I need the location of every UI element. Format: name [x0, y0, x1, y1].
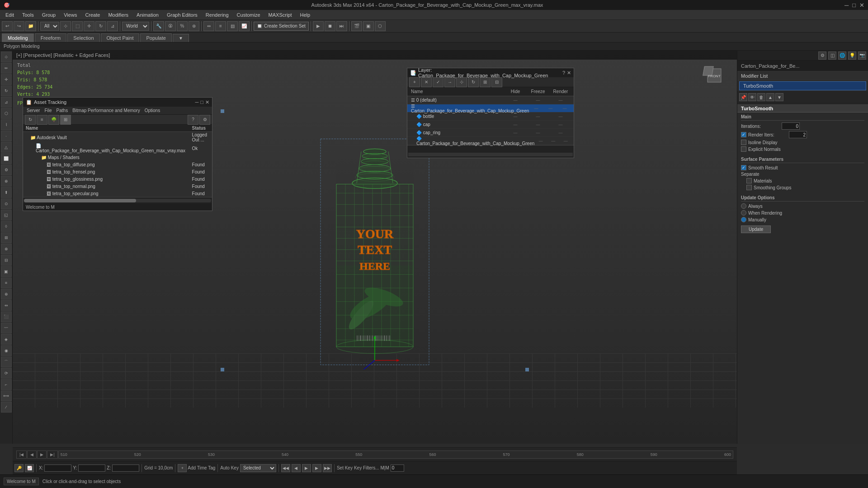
lt-target-weld[interactable]: ⊗ — [1, 244, 12, 254]
rp-mod-delete[interactable]: 🗑 — [757, 93, 765, 101]
bc-prev[interactable]: ◀ — [292, 464, 301, 472]
lt-scale[interactable]: ⊿ — [1, 97, 12, 108]
bc-prev-key[interactable]: ◀◀ — [281, 464, 290, 472]
mirror-btn[interactable]: ⇔ — [203, 21, 214, 31]
menu-views[interactable]: Views — [60, 11, 80, 19]
at-menu-bitmap[interactable]: Bitmap Performance and Memory — [71, 108, 142, 113]
rp-update-button[interactable]: Update — [741, 225, 771, 233]
angle-snap-btn[interactable]: ⦿ — [165, 21, 176, 31]
menu-help[interactable]: Help — [297, 11, 314, 19]
at-restore[interactable]: □ — [200, 99, 203, 105]
list-item[interactable]: 🔷 bottle — — — — [407, 113, 574, 121]
bc-curve-editor[interactable]: 📈 — [25, 464, 34, 472]
bc-next[interactable]: ▶ — [312, 464, 321, 472]
tl-next-btn[interactable]: ▶| — [47, 450, 57, 459]
at-menu-paths[interactable]: Paths — [55, 108, 70, 113]
rp-mod-up[interactable]: ▲ — [766, 93, 774, 101]
rp-isoline-check[interactable] — [741, 140, 746, 145]
lt-vertex[interactable]: · — [1, 131, 12, 141]
table-row[interactable]: 📁 Maps / Shaders — [23, 154, 212, 161]
filter-dropdown[interactable]: All — [40, 22, 59, 31]
table-row[interactable]: 📁 Autodesk Vault Logged Out ... — [23, 132, 212, 143]
tab-more[interactable]: ▼ — [173, 34, 189, 42]
lp-expand[interactable]: ⊞ — [480, 77, 491, 87]
maximize-button[interactable]: □ — [852, 2, 856, 9]
lp-new-layer[interactable]: + — [409, 77, 420, 87]
bc-key-mode[interactable]: 🔑 — [14, 464, 24, 472]
lt-stretch[interactable]: ⟺ — [1, 390, 12, 401]
at-tree-btn[interactable]: 🌳 — [48, 115, 59, 125]
list-item[interactable]: 🔷 cap — — — — [407, 121, 574, 129]
menu-graph-editors[interactable]: Graph Editors — [163, 11, 201, 19]
rp-render-iters-input[interactable] — [789, 131, 807, 138]
rp-icon-3[interactable]: 🌐 — [838, 52, 846, 60]
at-help-btn[interactable]: ? — [188, 115, 198, 125]
list-item[interactable]: ☰ Carton_Package_for_Beverage_with_Cap_M… — [407, 104, 574, 113]
stop-btn[interactable]: ⏹ — [325, 21, 335, 31]
table-row[interactable]: 🖼 tetra_top_specular.png Found — [23, 190, 212, 197]
bc-z-input[interactable] — [112, 465, 139, 472]
lt-bend[interactable]: ⌒ — [1, 357, 12, 367]
curve-editor-btn[interactable]: 📈 — [239, 21, 250, 31]
tab-populate[interactable]: Populate — [140, 33, 171, 42]
rp-iterations-input[interactable] — [782, 122, 800, 130]
lp-refresh[interactable]: ↻ — [468, 77, 479, 87]
lp-close[interactable]: ✕ — [567, 70, 571, 76]
lt-rotate[interactable]: ↻ — [1, 85, 12, 96]
rp-explicit-check[interactable] — [741, 146, 746, 152]
at-list-btn[interactable]: ≡ — [37, 115, 47, 125]
table-row[interactable]: 🖼 tetra_top_diffuse.png Found — [23, 161, 212, 168]
lp-select-objects[interactable]: ⊹ — [456, 77, 467, 87]
tl-start-btn[interactable]: |◀ — [16, 450, 27, 459]
lt-bridge[interactable]: ⊟ — [1, 255, 12, 266]
at-minimize[interactable]: ─ — [195, 99, 199, 105]
menu-edit[interactable]: Edit — [2, 11, 18, 19]
move-btn[interactable]: ✛ — [84, 21, 94, 31]
rp-smoothing-groups-check[interactable] — [746, 185, 752, 190]
snap-btn[interactable]: 🔧 — [153, 21, 164, 31]
table-row[interactable]: 🖼 tetra_top_frensel.png Found — [23, 168, 212, 175]
lt-noise[interactable]: 〰 — [1, 323, 12, 333]
lp-delete-layer[interactable]: ✕ — [421, 77, 432, 87]
tab-modeling[interactable]: Modeling — [2, 33, 34, 42]
spinner-btn[interactable]: ⊛ — [189, 21, 199, 31]
lt-edge[interactable]: ⌇ — [1, 119, 12, 130]
lt-extrude[interactable]: ⬆ — [1, 187, 12, 198]
lt-cap[interactable]: ▣ — [1, 266, 12, 277]
rp-icon-4[interactable]: 💡 — [848, 52, 856, 60]
bc-selected-dropdown[interactable]: Selected — [240, 464, 276, 472]
lt-chamfer[interactable]: ◊ — [1, 221, 12, 232]
rp-icon-2[interactable]: ◫ — [828, 52, 836, 60]
scale-btn[interactable]: ⊿ — [107, 21, 118, 31]
lt-skew[interactable]: ∕ — [1, 402, 12, 413]
rp-mod-down[interactable]: ▼ — [775, 93, 783, 101]
menu-rendering[interactable]: Rendering — [202, 11, 232, 19]
at-menu-server[interactable]: Server — [25, 108, 42, 113]
menu-create[interactable]: Create — [81, 11, 104, 19]
lt-meshsmooth[interactable]: ◉ — [1, 345, 12, 356]
menu-customize[interactable]: Customize — [233, 11, 264, 19]
at-scrollbar[interactable] — [23, 197, 212, 203]
lt-proboolean[interactable]: ⊕ — [1, 289, 12, 300]
lp-move-to-layer[interactable]: → — [444, 77, 455, 87]
at-close[interactable]: ✕ — [205, 99, 209, 105]
bc-add-time-tag[interactable]: + — [178, 464, 187, 472]
table-row[interactable]: 🖼 tetra_top_glossiness.png Found — [23, 175, 212, 183]
bc-y-input[interactable] — [78, 465, 105, 472]
list-item[interactable]: 🔷 Carton_Package_for_Beverage_with_Cap_M… — [407, 137, 574, 145]
bc-frame-input[interactable] — [391, 465, 404, 472]
lt-twist[interactable]: ⟳ — [1, 368, 12, 379]
rotate-btn[interactable]: ↻ — [95, 21, 106, 31]
material-editor-btn[interactable]: ⬡ — [375, 21, 386, 31]
lt-move[interactable]: ✛ — [1, 74, 12, 85]
lp-select-layer[interactable]: ✓ — [433, 77, 443, 87]
tab-selection[interactable]: Selection — [67, 33, 99, 42]
rp-icon-5[interactable]: 📷 — [858, 52, 866, 60]
rp-manually-radio[interactable] — [741, 217, 746, 222]
rp-mod-pin[interactable]: 📌 — [739, 93, 747, 101]
rp-mod-show[interactable]: 👁 — [748, 93, 756, 101]
lp-collapse[interactable]: ⊟ — [491, 77, 502, 87]
menu-tools[interactable]: Tools — [19, 11, 38, 19]
rp-icon-1[interactable]: ⚙ — [818, 52, 826, 60]
menu-maxscript[interactable]: MAXScript — [265, 11, 296, 19]
